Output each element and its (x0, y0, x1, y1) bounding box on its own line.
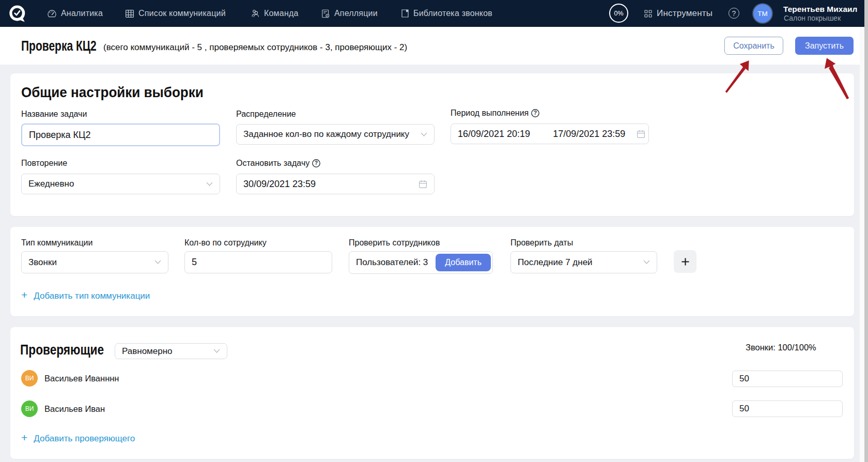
svg-text:?: ? (534, 110, 537, 116)
svg-text:?: ? (314, 160, 317, 166)
